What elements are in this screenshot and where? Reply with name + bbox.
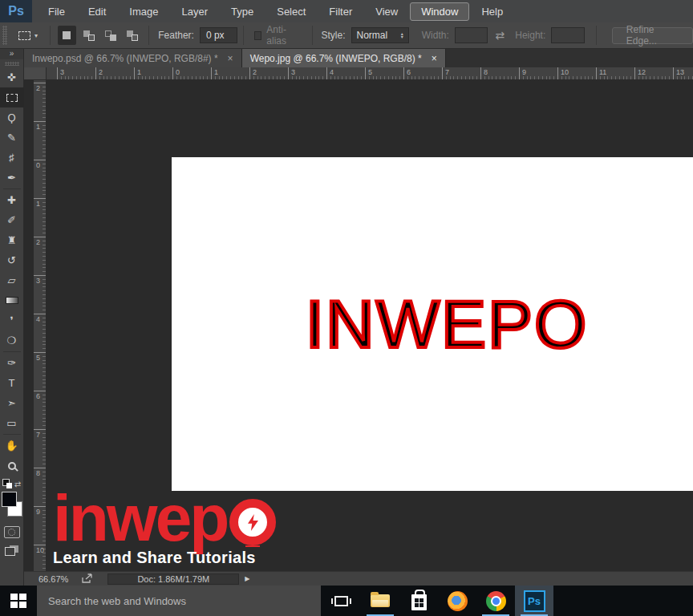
type-tool[interactable]: T — [0, 373, 24, 393]
quick-selection-tool[interactable]: ✎ — [0, 128, 24, 148]
document-tab-2[interactable]: Wepo.jpg @ 66.7% (INWEPO, RGB/8) *× — [242, 49, 446, 67]
menu-edit[interactable]: Edit — [77, 2, 117, 21]
menu-help[interactable]: Help — [470, 2, 514, 21]
width-input[interactable] — [455, 27, 488, 43]
menu-view[interactable]: View — [364, 2, 409, 21]
status-menu-arrow-icon[interactable]: ▶ — [245, 575, 249, 582]
ruler-origin-corner[interactable] — [24, 67, 47, 80]
status-bar: 66.67% Doc: 1.86M/1.79M ▶ — [24, 571, 693, 586]
panel-grip-icon[interactable] — [2, 26, 7, 45]
eyedropper-tool[interactable]: ✒ — [0, 168, 24, 188]
panel-grip-icon[interactable] — [5, 62, 19, 66]
menu-layer[interactable]: Layer — [171, 2, 220, 21]
windows-store-button[interactable] — [399, 586, 438, 616]
doc-size-field[interactable]: Doc: 1.86M/1.79M — [107, 573, 239, 585]
menu-select[interactable]: Select — [265, 2, 317, 21]
quick-mask-button[interactable] — [4, 526, 20, 538]
move-tool[interactable]: ✜ — [0, 67, 24, 87]
collapse-panel-icon[interactable]: » — [0, 49, 23, 59]
feather-label: Feather: — [158, 30, 194, 41]
ruler-h-number: 4 — [330, 68, 334, 76]
ruler-v-number: 5 — [36, 354, 40, 362]
dodge-tool[interactable]: ❍ — [0, 330, 24, 351]
rectangular-marquee-icon — [6, 94, 18, 102]
zoom-tool[interactable] — [0, 456, 24, 476]
default-colors-icon[interactable] — [2, 479, 12, 488]
height-input[interactable] — [551, 27, 585, 43]
add-to-selection-button[interactable] — [79, 26, 98, 45]
taskbar-search[interactable] — [37, 586, 321, 616]
zoom-level-field[interactable]: 66.67% — [38, 574, 68, 584]
lasso-tool[interactable]: Ϙ — [0, 107, 24, 128]
menu-filter[interactable]: Filter — [318, 2, 363, 21]
pen-tool[interactable]: ✑ — [0, 353, 24, 373]
photoshop-window: Ps FileEditImageLayerTypeSelectFilterVie… — [0, 0, 693, 616]
document-canvas[interactable]: INWEPO — [172, 157, 693, 491]
task-view-button[interactable] — [321, 586, 361, 616]
crop-tool[interactable]: ♯ — [0, 148, 24, 168]
rectangular-marquee-tool[interactable] — [0, 87, 24, 107]
blur-tool[interactable]: ❜ — [0, 310, 24, 330]
bulb-base-icon — [245, 542, 260, 544]
menu-window[interactable]: Window — [410, 2, 469, 21]
hand-tool[interactable]: ✋ — [0, 436, 24, 456]
windows-taskbar: Ps — [0, 586, 693, 616]
ruler-h-number: 2 — [253, 68, 257, 76]
ruler-h-number: 8 — [484, 68, 488, 76]
path-selection-tool[interactable]: ➣ — [0, 393, 24, 413]
add-selection-icon — [83, 30, 95, 41]
chrome-button[interactable] — [476, 586, 515, 616]
document-tab-1[interactable]: Inwepo.psd @ 66.7% (INWEPO, RGB/8#) *× — [24, 49, 242, 67]
menu-file[interactable]: File — [37, 2, 76, 21]
gradient-icon — [6, 297, 18, 304]
swap-colors-icon[interactable]: ⇄ — [14, 480, 21, 488]
start-button[interactable] — [0, 586, 37, 616]
ruler-v-number: 1 — [36, 123, 40, 131]
tab-close-icon[interactable]: × — [228, 53, 233, 64]
menu-type[interactable]: Type — [220, 2, 265, 21]
swap-dimensions-icon[interactable]: ⇄ — [495, 29, 505, 42]
inwepo-watermark: inwep Learn and Share Tutorials — [53, 492, 276, 567]
gradient-tool[interactable] — [0, 290, 24, 310]
divider — [243, 26, 244, 45]
ruler-h-number: 1 — [214, 68, 218, 76]
subtract-from-selection-button[interactable] — [101, 26, 120, 45]
windows-store-icon — [411, 594, 427, 610]
ruler-v-number: 10 — [36, 546, 44, 554]
intersect-selection-icon — [127, 30, 138, 41]
new-selection-button[interactable] — [58, 26, 76, 45]
tool-group-separator — [3, 188, 21, 189]
rectangle-shape-tool[interactable]: ▭ — [0, 413, 24, 433]
menu-bar: Ps FileEditImageLayerTypeSelectFilterVie… — [0, 0, 693, 22]
refine-edge-button[interactable]: Refine Edge... — [612, 27, 693, 44]
brush-tool[interactable]: ✐ — [0, 210, 24, 230]
screen-mode-button[interactable] — [5, 545, 18, 556]
antialias-checkbox[interactable] — [254, 31, 262, 40]
search-input[interactable] — [37, 594, 321, 608]
ruler-horizontal[interactable]: 321012345678910111213 — [47, 67, 693, 80]
ruler-h-number: 13 — [676, 68, 684, 76]
style-select[interactable]: Normal ▴▾ — [351, 27, 409, 43]
tab-close-icon[interactable]: × — [432, 53, 437, 64]
spot-healing-brush-tool[interactable]: ✚ — [0, 190, 24, 210]
firefox-icon — [448, 591, 468, 611]
tool-preset-picker[interactable]: ▾ — [12, 31, 44, 40]
eraser-tool[interactable]: ▱ — [0, 270, 24, 290]
foreground-color-swatch[interactable] — [2, 492, 17, 507]
ruler-h-number: 12 — [638, 68, 646, 76]
divider — [50, 26, 51, 45]
ruler-vertical[interactable]: 21012345678910 — [34, 80, 47, 571]
file-explorer-button[interactable] — [361, 586, 399, 616]
tab-title: Inwepo.psd @ 66.7% (INWEPO, RGB/8#) * — [32, 53, 218, 64]
logo-word: inwep — [53, 492, 227, 544]
task-view-icon — [334, 596, 348, 606]
firefox-button[interactable] — [438, 586, 476, 616]
menu-image[interactable]: Image — [118, 2, 169, 21]
intersect-selection-button[interactable] — [123, 26, 141, 45]
feather-input[interactable]: 0 px — [200, 27, 237, 43]
ruler-v-number: 1 — [36, 200, 40, 208]
clone-stamp-tool[interactable]: ♜ — [0, 230, 24, 250]
photoshop-taskbar-button[interactable]: Ps — [515, 586, 553, 616]
export-icon[interactable] — [81, 573, 93, 584]
history-brush-tool[interactable]: ↺ — [0, 250, 24, 270]
